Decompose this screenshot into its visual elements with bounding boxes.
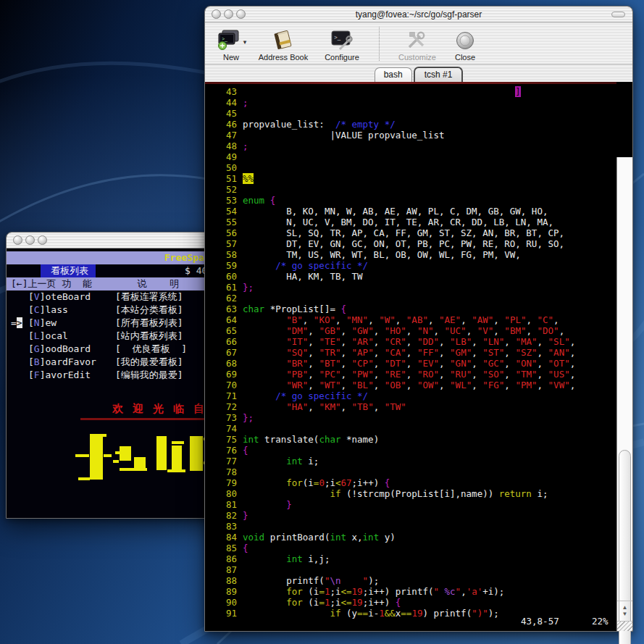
code-line: 51%%: [215, 173, 616, 184]
code-line: 56 SL, SQ, TR, AP, CA, FF, GM, ST, SZ, A…: [215, 227, 616, 238]
code-line: 61};: [215, 282, 616, 293]
code-line: 60 HA, KM, TB, TW: [215, 271, 616, 282]
toolbar-button-configure[interactable]: >_Configure: [317, 25, 367, 62]
ascii-art-block: [78, 477, 90, 480]
ascii-art-block: [172, 441, 184, 444]
menu-item-description: [看板连署系统]: [115, 290, 183, 304]
ascii-art-block: [156, 436, 167, 470]
address-book-icon: [272, 28, 295, 53]
dropdown-arrow-icon[interactable]: ▾: [243, 38, 247, 46]
cursor-position-ruler: 43,8-57: [521, 616, 559, 627]
code-line: 84void printBoard(int x,int y): [215, 532, 616, 543]
selection-cursor-empty: [7, 330, 28, 343]
code-line: 73};: [215, 412, 616, 423]
code-line: 57 DT, EV, GN, GC, ON, OT, PB, PC, PW, R…: [215, 238, 616, 249]
iterm-titlebar[interactable]: tyang@fovea:~/src/go/sgf-parser: [205, 7, 632, 22]
code-line: 50: [215, 162, 616, 173]
code-line: 49: [215, 151, 616, 162]
svg-text:>_: >_: [222, 36, 227, 42]
toolbar-toggle-pill[interactable]: [611, 12, 625, 17]
customize-icon: [406, 28, 429, 53]
menu-item-name: [G]oodBoard: [28, 343, 115, 356]
ascii-art-block: [75, 454, 89, 457]
code-line: 65 "DM", "GB", "GW", "HO", "N", "UC", "V…: [215, 325, 616, 336]
code-line: 55 N, UC, V, BM, DO, IT, TE, AR, CR, DD,…: [215, 217, 616, 227]
code-line: 79 for(i=0;i<67;i++) {: [215, 477, 616, 488]
zoom-traffic-light[interactable]: [38, 235, 47, 245]
ascii-art-block: [172, 446, 182, 470]
code-line: 59 /* go specific */: [215, 260, 616, 271]
close-traffic-light[interactable]: [13, 235, 22, 245]
code-line: 77 int i;: [215, 456, 616, 467]
menu-item-description: [本站分类看板]: [115, 304, 183, 317]
code-line: 83: [215, 521, 616, 532]
code-line: 44;: [215, 97, 616, 108]
scrollbar[interactable]: ▲ ▼: [616, 157, 632, 631]
menu-item-name: [C]lass: [28, 304, 115, 317]
toolbar-button-close[interactable]: Close: [445, 25, 485, 62]
window-title: tyang@fovea:~/src/go/sgf-parser: [205, 9, 632, 20]
toolbar-button-address-book[interactable]: Address Book: [250, 25, 317, 62]
menu-item-name: [F]avorEdit: [28, 369, 115, 382]
toolbar-separator: [379, 27, 380, 61]
ascii-art-block: [120, 446, 131, 461]
code-line: 76{: [215, 445, 616, 456]
code-line: 46propvalue_list: /* empty */: [215, 119, 616, 130]
code-line: 85{: [215, 543, 616, 553]
vim-code-buffer: 43 ]44;4546propvalue_list: /* empty */47…: [205, 84, 616, 619]
ascii-art-block: [113, 460, 119, 463]
toolbar-button-new[interactable]: >_▾New: [212, 25, 250, 62]
code-line: 86 int i,j;: [215, 553, 616, 564]
toolbar: >_▾NewAddress Book>_ConfigureCustomizeCl…: [205, 22, 632, 64]
terminal-screen[interactable]: 43 ]44;4546propvalue_list: /* empty */47…: [205, 82, 632, 631]
scroll-down-button[interactable]: ▼: [622, 611, 628, 617]
code-line: 54 B, KO, MN, W, AB, AE, AW, PL, C, DM, …: [215, 206, 616, 217]
vim-statusline: 43,8-57 22%: [205, 616, 616, 627]
code-line: 58 TM, US, WR, WT, BL, OB, OW, WL, FG, P…: [215, 249, 616, 260]
svg-text:>_: >_: [334, 34, 341, 41]
close-icon: [454, 28, 476, 53]
code-line: 64 "B", "KO", "MN", "W", "AB", "AE", "AW…: [215, 314, 616, 325]
selection-cursor-empty: [7, 343, 28, 356]
code-line: 62: [215, 293, 616, 304]
selection-cursor-empty: [7, 369, 28, 382]
code-line: 52: [215, 184, 616, 195]
resize-grip[interactable]: [617, 621, 632, 631]
scroll-percent: 22%: [592, 616, 609, 627]
code-line: 87: [215, 564, 616, 575]
code-line: 88 printf("\n ");: [215, 575, 616, 586]
configure-icon: >_: [330, 28, 354, 53]
clipped-terminal-row: [205, 82, 616, 84]
minimize-traffic-light[interactable]: [25, 235, 35, 245]
tab-bar: bash tcsh #1: [205, 64, 632, 82]
code-line: 82}: [215, 510, 616, 521]
code-line: 72 "HA", "KM", "TB", "TW": [215, 401, 616, 412]
code-line: 71 /* go specific */: [215, 390, 616, 401]
toolbar-button-label: Customize: [398, 53, 436, 62]
selection-cursor: =>: [7, 317, 28, 330]
code-line: 81 }: [215, 499, 616, 510]
menu-item-description: [站内看板列表]: [115, 330, 183, 343]
selection-cursor-empty: [7, 356, 28, 369]
code-line: 80 if (!strcmp(PropList[i],name)) return…: [215, 488, 616, 499]
scroll-up-button[interactable]: ▲: [622, 605, 628, 611]
code-line: 53enum {: [215, 195, 616, 206]
code-line: 68 "BR", "BT", "CP", "DT", "EV", "GN", "…: [215, 358, 616, 369]
menu-item-name: [B]oardFavor: [28, 356, 115, 369]
toolbar-button-label: Address Book: [259, 53, 308, 62]
code-line: 67 "SQ", "TR", "AP", "CA", "FF", "GM", "…: [215, 347, 616, 358]
menu-item-description: [我的最爱看板]: [115, 356, 183, 369]
code-line: 75int translate(char *name): [215, 434, 616, 445]
iterm-window[interactable]: tyang@fovea:~/src/go/sgf-parser >_▾NewAd…: [204, 6, 633, 632]
code-line: 89 for (i=1;i<=19;i++) printf(" %c",'a'+…: [215, 586, 616, 597]
ascii-art-block: [167, 469, 185, 472]
toolbar-button-label: Close: [455, 53, 475, 62]
tab-tcsh-1[interactable]: tcsh #1: [414, 67, 464, 82]
code-line: 63char *PropList[]= {: [215, 304, 616, 314]
tab-bash[interactable]: bash: [375, 67, 412, 82]
code-line: 47 |VALUE propvalue_list: [215, 130, 616, 141]
menu-item-name: [N]ew: [28, 317, 115, 330]
toolbar-button-label: New: [223, 53, 239, 62]
code-line: 74: [215, 423, 616, 434]
ascii-art-block: [120, 468, 147, 471]
